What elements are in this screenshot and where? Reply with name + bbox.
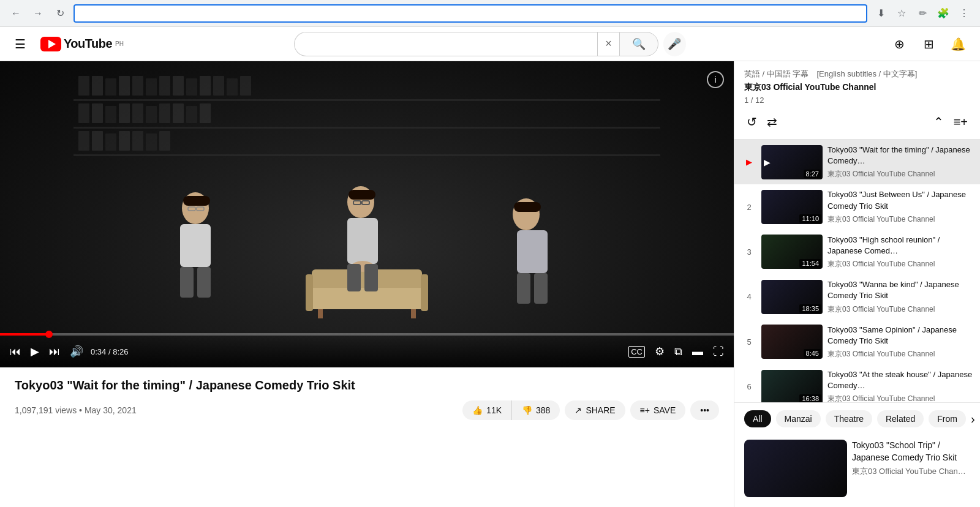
playlist-item[interactable]: 3 11:54 Tokyo03 "High school reunion" / …: [734, 230, 980, 274]
shelves-background: [0, 61, 734, 367]
book: [78, 103, 89, 123]
filter-tab-manzai[interactable]: Manzai: [776, 410, 821, 427]
collapse-button[interactable]: ⌃: [931, 112, 946, 132]
mic-button[interactable]: 🎤: [663, 32, 686, 56]
playlist-item-title: Tokyo03 "Just Between Us" / Japanese Com…: [827, 189, 973, 211]
playlist-item-info: Tokyo03 "Wait for the timing" / Japanese…: [827, 145, 973, 179]
share-icon: ↗: [575, 405, 582, 415]
create-button[interactable]: ⊕: [887, 32, 911, 56]
book: [119, 103, 130, 123]
shelf-row-3: [74, 129, 660, 156]
back-button[interactable]: ←: [7, 5, 24, 22]
search-icon: 🔍: [632, 37, 646, 51]
more-button[interactable]: •••: [690, 400, 719, 420]
playlist-progress: 1 / 12: [744, 96, 970, 105]
book: [146, 78, 157, 96]
miniplayer-button[interactable]: ⧉: [672, 343, 685, 361]
download-icon[interactable]: ⬇: [872, 5, 889, 22]
book: [105, 78, 116, 96]
book: [146, 133, 157, 151]
related-thumbnail: [744, 440, 847, 497]
playlist-item[interactable]: 2 11:10 Tokyo03 "Just Between Us" / Japa…: [734, 184, 980, 229]
theater-button[interactable]: ▬: [690, 343, 706, 361]
playlist-item[interactable]: 6 16:38 Tokyo03 "At the steak house" / J…: [734, 364, 980, 402]
previous-button[interactable]: ⏮: [7, 343, 23, 361]
playlist-item-title: Tokyo03 "At the steak house" / Japanese …: [827, 369, 973, 391]
loop-button[interactable]: ↺: [744, 112, 760, 132]
shelf-row-1: [74, 73, 660, 101]
more-icon: •••: [700, 405, 709, 415]
next-button[interactable]: ⏭: [47, 343, 62, 361]
playlist-thumbnail: ▶ 8:27: [761, 145, 823, 179]
playlist-item-number: 5: [742, 337, 756, 347]
playlist-ctrl-group: ↺ ⇄: [744, 112, 780, 132]
filter-tab-related[interactable]: Related: [877, 410, 924, 427]
settings-button[interactable]: ⚙: [652, 342, 667, 361]
save-button[interactable]: ≡+ SAVE: [630, 400, 686, 420]
search-clear-button[interactable]: ×: [597, 32, 619, 56]
playlist-item-info: Tokyo03 "At the steak house" / Japanese …: [827, 369, 973, 402]
apps-button[interactable]: ⊞: [916, 32, 941, 56]
book: [173, 76, 184, 96]
refresh-button[interactable]: ↻: [51, 5, 69, 22]
video-player[interactable]: i ⏮ ▶ ⏭ 🔊 0:34: [0, 61, 734, 367]
like-button[interactable]: 👍 11K: [462, 400, 512, 420]
playlist-item[interactable]: 4 18:35 Tokyo03 "Wanna be kind" / Japane…: [734, 274, 980, 319]
playlist-item-info: Tokyo03 "Just Between Us" / Japanese Com…: [827, 189, 973, 224]
edit-icon[interactable]: ✏: [914, 5, 931, 22]
playlist-thumbnail: 8:45: [761, 325, 823, 359]
video-date: May 30, 2021: [85, 405, 137, 415]
playlist-item-info: Tokyo03 "High school reunion" / Japanese…: [827, 235, 973, 269]
forward-button[interactable]: →: [29, 5, 47, 22]
dislike-count: 388: [536, 405, 550, 415]
playlist-thumbnail: 18:35: [761, 280, 823, 314]
related-item-title: Tokyo03 "School Trip" / Japanese Comedy …: [852, 440, 970, 464]
save-label: SAVE: [654, 405, 676, 415]
extensions-icon[interactable]: 🧩: [935, 5, 952, 22]
address-bar[interactable]: https://www.youtube.com/watch?v=Ww0LHTyH…: [74, 4, 867, 23]
info-button[interactable]: i: [707, 71, 724, 88]
subtitles-button[interactable]: CC: [626, 344, 647, 360]
video-duration: 11:10: [799, 214, 821, 223]
playlist-item-title: Tokyo03 "Same Opinion" / Japanese Comedy…: [827, 325, 973, 347]
couch-seat: [306, 288, 428, 309]
filter-chevron-button[interactable]: ›: [971, 412, 975, 426]
video-duration: 11:54: [799, 259, 821, 268]
search-button[interactable]: 🔍: [619, 32, 658, 56]
playlist-channel: 東京03 Official YouTube Channel: [744, 82, 970, 93]
search-input[interactable]: tokyo 03 comedy: [294, 32, 597, 56]
book: [186, 106, 197, 123]
youtube-logo[interactable]: YouTubePH: [40, 37, 124, 51]
volume-button[interactable]: 🔊: [67, 342, 86, 361]
search-form: tokyo 03 comedy × 🔍: [294, 32, 658, 56]
dislike-button[interactable]: 👎 388: [512, 400, 560, 420]
playlist-item-channel: 東京03 Official YouTube Channel: [827, 214, 973, 225]
shuffle-button[interactable]: ⇄: [764, 112, 780, 132]
menu-icon[interactable]: ⋮: [956, 5, 973, 22]
now-playing-icon: ▶: [764, 157, 771, 167]
loop-icon: ↺: [747, 115, 757, 129]
hamburger-button[interactable]: ☰: [10, 32, 31, 56]
playlist-item[interactable]: ▶ ▶ 8:27 Tokyo03 "Wait for the timing" /…: [734, 140, 980, 184]
bookmark-icon[interactable]: ☆: [893, 5, 910, 22]
related-video-item[interactable]: Tokyo03 "School Trip" / Japanese Comedy …: [744, 440, 970, 497]
playlist-item[interactable]: 5 8:45 Tokyo03 "Same Opinion" / Japanese…: [734, 320, 980, 364]
share-button[interactable]: ↗ SHARE: [565, 400, 625, 420]
play-button[interactable]: ▶: [28, 342, 42, 361]
playlist-thumbnail: 16:38: [761, 370, 823, 402]
add-to-queue-button[interactable]: ≡+: [951, 113, 970, 132]
filter-tab-theatre[interactable]: Theatre: [826, 410, 872, 427]
book: [159, 76, 170, 96]
filter-tab-from[interactable]: From: [929, 410, 966, 427]
video-title: Tokyo03 "Wait for the timing" / Japanese…: [15, 377, 719, 393]
filter-tab-all[interactable]: All: [744, 410, 771, 427]
fullscreen-button[interactable]: ⛶: [710, 343, 726, 361]
video-controls: ⏮ ▶ ⏭ 🔊 0:34 / 8:26 CC: [0, 336, 734, 367]
notification-button[interactable]: 🔔: [946, 32, 970, 56]
browser-actions: ⬇ ☆ ✏ 🧩 ⋮: [872, 5, 973, 22]
related-videos: Tokyo03 "School Trip" / Japanese Comedy …: [734, 435, 980, 507]
settings-icon: ⚙: [655, 345, 665, 358]
book: [213, 76, 224, 96]
shelf-row-2: [74, 101, 660, 129]
save-icon: ≡+: [640, 405, 650, 415]
